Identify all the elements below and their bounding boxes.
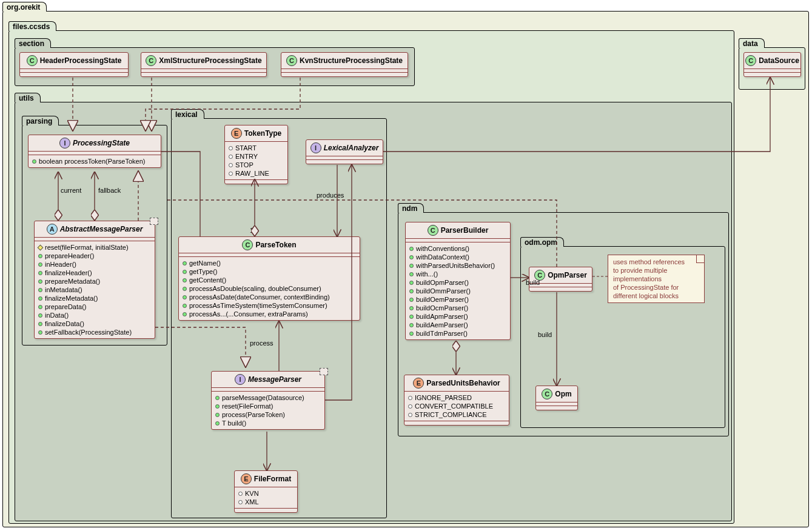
enum-icon: E xyxy=(413,378,424,389)
visibility-public xyxy=(409,323,414,327)
visibility-enum xyxy=(238,492,243,496)
visibility-public xyxy=(38,262,42,267)
class-fileformat: EFileFormat KVNXML xyxy=(234,470,298,513)
member: RAW_LINE xyxy=(229,169,284,178)
visibility-public xyxy=(409,315,414,319)
visibility-public xyxy=(38,279,42,284)
class-processingstate: IProcessingState boolean processToken(Pa… xyxy=(28,135,161,168)
member: inData() xyxy=(38,311,151,319)
member: withDataContext() xyxy=(409,253,506,261)
member: withConventions() xyxy=(409,244,506,253)
class-kvnstructureprocessingstate: CKvnStructureProcessingState xyxy=(281,52,408,77)
visibility-enum xyxy=(238,500,243,504)
package-tab-data: data xyxy=(739,38,765,48)
member: withParsedUnitsBehavior() xyxy=(409,261,506,270)
visibility-public xyxy=(183,287,187,291)
template-badge xyxy=(150,218,158,225)
package-tab-parsing: parsing xyxy=(22,116,59,125)
class-opm: COpm xyxy=(535,386,578,410)
visibility-public xyxy=(32,159,36,164)
visibility-public xyxy=(38,288,42,292)
visibility-public xyxy=(409,281,414,285)
interface-icon: I xyxy=(235,374,246,385)
member: buildOemParser() xyxy=(409,295,506,304)
class-messageparser: IMessageParser parseMessage(Datasource)r… xyxy=(211,371,325,430)
member: setFallback(ProcessingState) xyxy=(38,328,151,336)
package-tab-lexical: lexical xyxy=(171,109,204,119)
member: T build() xyxy=(215,419,321,427)
member: buildOpmParser() xyxy=(409,278,506,287)
member: finalizeMetadata() xyxy=(38,294,151,302)
class-abstractmessageparser: AAbstractMessageParser reset(fileFormat,… xyxy=(34,221,155,339)
class-parserbuilder: CParserBuilder withConventions()withData… xyxy=(405,222,511,340)
member: parseMessage(Datasource) xyxy=(215,393,321,402)
class-headerprocessingstate: CHeaderProcessingState xyxy=(19,52,129,77)
member: IGNORE_PARSED xyxy=(408,393,505,402)
enum-icon: E xyxy=(241,473,252,484)
member: CONVERT_COMPATIBLE xyxy=(408,402,505,410)
label-fallback: fallback xyxy=(98,187,121,194)
label-one: 1 xyxy=(250,227,253,234)
member: buildTdmParser() xyxy=(409,329,506,338)
interface-icon: I xyxy=(59,138,70,149)
member: XML xyxy=(238,498,294,506)
class-lexicalanalyzer: ILexicalAnalyzer xyxy=(306,139,383,164)
visibility-public xyxy=(183,278,187,282)
member: reset(FileFormat) xyxy=(215,402,321,410)
member: finalizeData() xyxy=(38,319,151,328)
member: getContent() xyxy=(183,276,356,284)
class-parsedunitsbehavior: EParsedUnitsBehavior IGNORE_PARSEDCONVER… xyxy=(404,375,509,426)
member: STOP xyxy=(229,161,284,169)
member: prepareMetadata() xyxy=(38,277,151,286)
class-datasource: CDataSource xyxy=(743,52,801,77)
package-tab-section: section xyxy=(15,38,51,48)
visibility-public xyxy=(215,396,220,400)
class-tokentype: ETokenType STARTENTRYSTOPRAW_LINE xyxy=(224,125,288,184)
visibility-enum xyxy=(229,163,233,167)
visibility-public xyxy=(409,306,414,310)
member: prepareData() xyxy=(38,302,151,311)
class-parsetoken: CParseToken getName()getType()getContent… xyxy=(178,236,360,321)
member: finalizeHeader() xyxy=(38,269,151,277)
visibility-public xyxy=(409,289,414,293)
class-icon: C xyxy=(286,55,297,66)
class-icon: C xyxy=(745,55,756,66)
visibility-enum xyxy=(408,413,412,417)
member: buildAemParser() xyxy=(409,321,506,329)
class-xmlstructureprocessingstate: CXmlStructureProcessingState xyxy=(141,52,267,77)
class-icon: C xyxy=(242,239,253,250)
visibility-public xyxy=(183,304,187,308)
package-tab-files: files.ccsds xyxy=(8,21,56,31)
class-icon: C xyxy=(146,55,156,66)
member: processAsDate(dateConsumer, contextBindi… xyxy=(183,293,356,301)
note-opmparser: uses method references to provide multip… xyxy=(608,255,705,303)
class-icon: C xyxy=(542,389,552,399)
visibility-public xyxy=(409,298,414,302)
label-build1: build xyxy=(526,279,540,286)
member: processAsTimeSystem(timeSystemConsumer) xyxy=(183,301,356,310)
package-tab-utils: utils xyxy=(15,93,41,102)
member: buildOcmParser() xyxy=(409,304,506,312)
visibility-public xyxy=(409,264,414,268)
visibility-public xyxy=(215,413,220,417)
enum-icon: E xyxy=(231,128,242,139)
visibility-public xyxy=(38,305,42,309)
visibility-public xyxy=(38,244,44,250)
visibility-public xyxy=(409,332,414,336)
member: processAs...(...Consumer, extraParams) xyxy=(183,310,356,318)
visibility-enum xyxy=(229,172,233,176)
visibility-public xyxy=(38,296,42,301)
member: prepareHeader() xyxy=(38,252,151,260)
visibility-public xyxy=(183,261,187,266)
class-icon: C xyxy=(27,55,38,66)
visibility-enum xyxy=(229,155,233,159)
member: inHeader() xyxy=(38,260,151,269)
member: reset(fileFormat, initialState) xyxy=(38,243,151,252)
label-build2: build xyxy=(538,331,552,338)
label-produces: produces xyxy=(317,192,344,199)
class-icon: C xyxy=(428,225,438,236)
member: ENTRY xyxy=(229,152,284,161)
member: getName() xyxy=(183,259,356,267)
template-badge xyxy=(320,368,328,375)
package-tab-odm: odm.opm xyxy=(520,237,564,247)
